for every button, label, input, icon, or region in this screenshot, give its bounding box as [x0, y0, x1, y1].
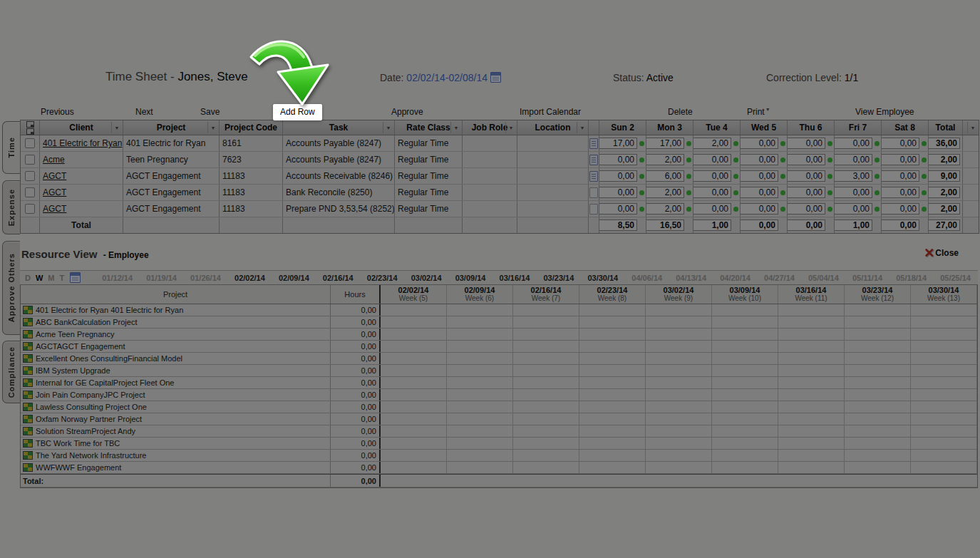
dim-overlay [0, 0, 980, 558]
toolbar-button-label: Add Row [280, 107, 315, 117]
toolbar-add-row-button[interactable]: Add Row [273, 104, 322, 120]
